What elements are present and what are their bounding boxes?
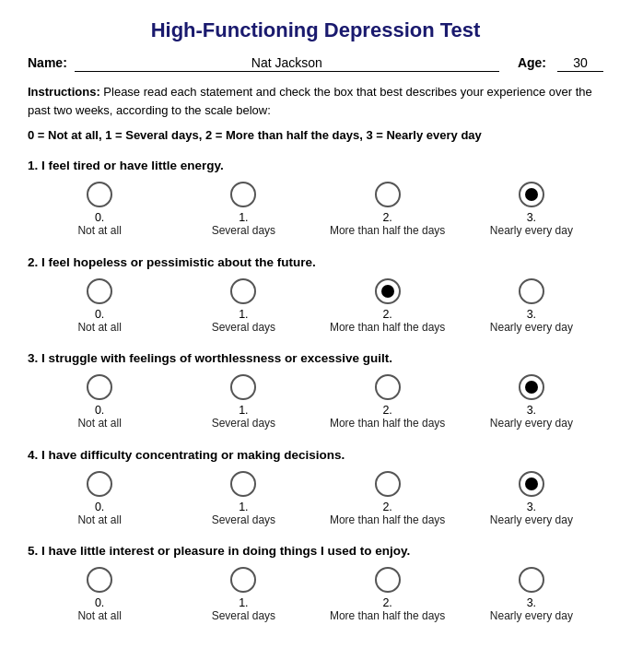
age-label: Age: bbox=[518, 55, 546, 70]
question-5-options: 0.Not at all1.Several days2.More than ha… bbox=[28, 567, 603, 624]
question-2: 2. I feel hopeless or pessimistic about … bbox=[28, 255, 603, 336]
question-1-option-3[interactable]: 3.Nearly every day bbox=[472, 182, 591, 239]
question-4-text: 4. I have difficulty concentrating or ma… bbox=[28, 448, 603, 462]
question-3-option-2[interactable]: 2.More than half the days bbox=[328, 374, 448, 431]
radio-outer-q5-v3 bbox=[519, 567, 544, 593]
option-number-q4-v3: 3. bbox=[527, 501, 536, 513]
option-label-q2-v1: Several days bbox=[212, 321, 275, 336]
radio-outer-q5-v2 bbox=[375, 567, 401, 593]
radio-outer-q4-v0 bbox=[87, 471, 112, 497]
question-1-options: 0.Not at all1.Several days2.More than ha… bbox=[28, 182, 603, 239]
question-2-options: 0.Not at all1.Several days2.More than ha… bbox=[28, 278, 603, 336]
question-3-option-0[interactable]: 0.Not at all bbox=[40, 374, 159, 431]
option-label-q5-v3: Nearly every day bbox=[490, 609, 573, 624]
name-age-row: Name: Nat Jackson Age: 30 bbox=[28, 55, 603, 72]
radio-outer-q1-v3 bbox=[519, 182, 544, 207]
question-4-option-3[interactable]: 3.Nearly every day bbox=[472, 471, 591, 528]
question-4-options: 0.Not at all1.Several days2.More than ha… bbox=[28, 471, 603, 528]
option-label-q2-v3: Nearly every day bbox=[490, 321, 573, 336]
question-3-option-1[interactable]: 1.Several days bbox=[183, 374, 303, 431]
option-number-q5-v1: 1. bbox=[239, 596, 248, 609]
question-3-text: 3. I struggle with feelings of worthless… bbox=[28, 351, 603, 365]
option-number-q2-v2: 2. bbox=[382, 308, 391, 321]
radio-outer-q4-v1 bbox=[230, 471, 256, 497]
question-1-option-0[interactable]: 0.Not at all bbox=[40, 182, 159, 239]
question-1-text: 1. I feel tired or have little energy. bbox=[28, 159, 603, 172]
radio-outer-q5-v0 bbox=[87, 567, 112, 593]
question-5-text: 5. I have little interest or pleasure in… bbox=[28, 544, 603, 558]
radio-outer-q3-v2 bbox=[375, 374, 401, 400]
radio-outer-q4-v2 bbox=[375, 471, 401, 497]
question-2-option-2[interactable]: 2.More than half the days bbox=[328, 278, 448, 336]
question-3: 3. I struggle with feelings of worthless… bbox=[28, 351, 603, 431]
option-label-q4-v0: Not at all bbox=[77, 513, 121, 528]
radio-outer-q2-v0 bbox=[87, 278, 112, 304]
question-4-option-1[interactable]: 1.Several days bbox=[183, 471, 303, 528]
option-number-q2-v3: 3. bbox=[527, 308, 536, 321]
option-label-q3-v2: More than half the days bbox=[330, 417, 445, 431]
scale-line: 0 = Not at all, 1 = Several days, 2 = Mo… bbox=[28, 128, 603, 142]
option-number-q4-v2: 2. bbox=[382, 501, 391, 513]
option-label-q1-v2: More than half the days bbox=[330, 224, 445, 239]
option-label-q4-v2: More than half the days bbox=[330, 513, 445, 528]
option-label-q3-v0: Not at all bbox=[77, 417, 121, 431]
question-4-option-0[interactable]: 0.Not at all bbox=[40, 471, 159, 528]
radio-outer-q4-v3 bbox=[519, 471, 544, 497]
radio-outer-q1-v0 bbox=[87, 182, 112, 207]
question-2-option-3[interactable]: 3.Nearly every day bbox=[472, 278, 591, 336]
question-2-option-1[interactable]: 1.Several days bbox=[183, 278, 303, 336]
radio-outer-q5-v1 bbox=[230, 567, 256, 593]
radio-inner-q2-v2 bbox=[381, 285, 394, 298]
option-number-q3-v1: 1. bbox=[239, 404, 248, 417]
option-label-q3-v1: Several days bbox=[212, 417, 275, 431]
option-label-q1-v3: Nearly every day bbox=[490, 224, 573, 239]
question-1: 1. I feel tired or have little energy.0.… bbox=[28, 159, 603, 239]
option-number-q2-v0: 0. bbox=[95, 308, 104, 321]
name-label: Name: bbox=[28, 55, 67, 70]
radio-outer-q3-v0 bbox=[87, 374, 112, 400]
radio-outer-q2-v3 bbox=[519, 278, 544, 304]
radio-outer-q3-v3 bbox=[519, 374, 544, 400]
question-5-option-2[interactable]: 2.More than half the days bbox=[328, 567, 448, 624]
option-label-q5-v2: More than half the days bbox=[330, 609, 445, 624]
option-label-q4-v3: Nearly every day bbox=[490, 513, 573, 528]
radio-inner-q4-v3 bbox=[525, 477, 538, 490]
option-label-q2-v2: More than half the days bbox=[330, 321, 445, 336]
question-5-option-0[interactable]: 0.Not at all bbox=[40, 567, 159, 624]
question-1-option-1[interactable]: 1.Several days bbox=[183, 182, 303, 239]
age-value: 30 bbox=[557, 55, 603, 72]
question-2-text: 2. I feel hopeless or pessimistic about … bbox=[28, 255, 603, 269]
option-number-q5-v3: 3. bbox=[527, 596, 536, 609]
instructions-text: Please read each statement and check the… bbox=[28, 85, 592, 117]
question-5-option-3[interactable]: 3.Nearly every day bbox=[472, 567, 591, 624]
option-label-q5-v1: Several days bbox=[212, 609, 275, 624]
page-title: High-Functioning Depression Test bbox=[28, 18, 603, 42]
option-number-q5-v0: 0. bbox=[95, 596, 104, 609]
option-number-q5-v2: 2. bbox=[382, 596, 391, 609]
instructions: Instructions: Please read each statement… bbox=[28, 83, 603, 119]
radio-outer-q1-v1 bbox=[230, 182, 256, 207]
question-2-option-0[interactable]: 0.Not at all bbox=[40, 278, 159, 336]
option-label-q3-v3: Nearly every day bbox=[490, 417, 573, 431]
option-label-q1-v1: Several days bbox=[212, 224, 275, 239]
name-value: Nat Jackson bbox=[75, 55, 499, 72]
option-number-q3-v3: 3. bbox=[527, 404, 536, 417]
option-number-q4-v1: 1. bbox=[239, 501, 248, 513]
radio-inner-q3-v3 bbox=[525, 381, 538, 394]
radio-outer-q1-v2 bbox=[375, 182, 401, 207]
question-4-option-2[interactable]: 2.More than half the days bbox=[328, 471, 448, 528]
option-number-q2-v1: 1. bbox=[239, 308, 248, 321]
radio-outer-q2-v2 bbox=[375, 278, 401, 304]
question-3-options: 0.Not at all1.Several days2.More than ha… bbox=[28, 374, 603, 431]
option-label-q4-v1: Several days bbox=[212, 513, 275, 528]
option-number-q1-v0: 0. bbox=[95, 211, 104, 224]
option-label-q2-v0: Not at all bbox=[77, 321, 121, 336]
option-number-q1-v1: 1. bbox=[239, 211, 248, 224]
question-5-option-1[interactable]: 1.Several days bbox=[183, 567, 303, 624]
option-number-q4-v0: 0. bbox=[95, 501, 104, 513]
instructions-bold: Instructions: bbox=[28, 85, 100, 99]
question-3-option-3[interactable]: 3.Nearly every day bbox=[472, 374, 591, 431]
question-1-option-2[interactable]: 2.More than half the days bbox=[328, 182, 448, 239]
radio-outer-q3-v1 bbox=[230, 374, 256, 400]
option-label-q5-v0: Not at all bbox=[77, 609, 121, 624]
